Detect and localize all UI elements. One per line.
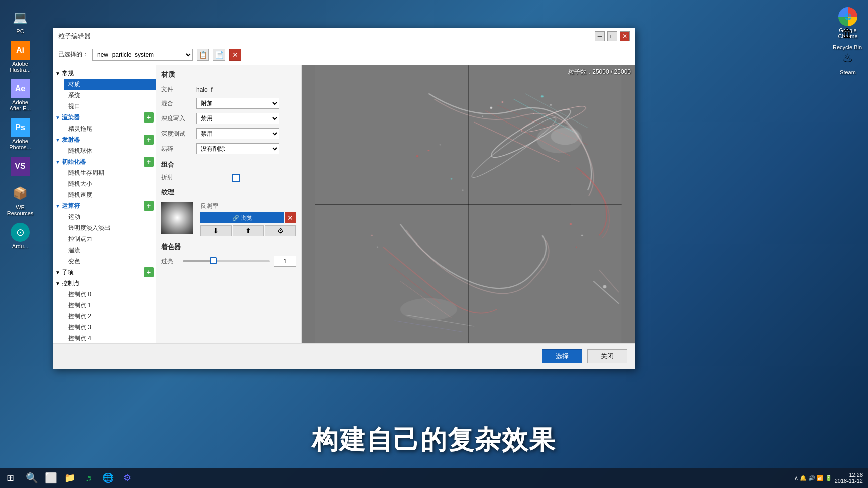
select-button[interactable]: 选择 [542, 349, 582, 363]
reflectance-browse-button[interactable]: 🔗 浏览 [200, 212, 284, 223]
section-emitter-header[interactable]: ▼ 发射器 [53, 134, 144, 145]
section-renderer-label: 渲染器 [62, 113, 80, 122]
tree-item-random-size[interactable]: 随机大小 [64, 178, 156, 189]
refraction-checkbox[interactable] [232, 174, 240, 182]
tree-item-viewport[interactable]: 视口 [64, 101, 156, 112]
section-initializer-header[interactable]: ▼ 初始化器 [53, 156, 144, 167]
svg-point-10 [551, 128, 579, 145]
minimize-button[interactable]: ─ [595, 31, 605, 41]
desktop-icons-right: 🌐 Google Chrome ♨ Steam 🗑 Recycle Bin [828, 0, 868, 77]
paste-button[interactable]: 📄 [213, 49, 225, 61]
tree-item-system[interactable]: 系统 [64, 90, 156, 101]
emitter-add-button[interactable]: + [144, 135, 154, 145]
tree-item-turbulence[interactable]: 湍流 [64, 245, 156, 256]
gain-slider-thumb[interactable] [210, 257, 217, 264]
tree-item-random-velocity[interactable]: 随机速度 [64, 189, 156, 200]
dialog-topbar: 已选择的： new_particle_system 📋 📄 ✕ [53, 44, 635, 65]
tree-item-cp0[interactable]: 控制点 0 [64, 289, 156, 300]
reflectance-delete-button[interactable]: ✕ [285, 212, 296, 223]
colorizer-title: 着色器 [161, 242, 296, 252]
file-row: 文件 halo_f [161, 85, 296, 94]
desktop-icon-ae[interactable]: Ae AdobeAfter E... [2, 77, 38, 113]
texture-up-button[interactable]: ⬆ [233, 225, 264, 236]
tree-item-sprite-trail[interactable]: 精灵拖尾 [64, 123, 156, 134]
combine-title: 组合 [161, 160, 296, 169]
reflectance-browse-label: 🔗 浏览 [232, 214, 252, 222]
tree-item-cp2[interactable]: 控制点 2 [64, 311, 156, 322]
delete-button[interactable]: ✕ [229, 49, 241, 61]
blend-select[interactable]: 附加 [196, 98, 279, 109]
desktop-icon-arduino[interactable]: ⊙ Ardu... [2, 221, 38, 251]
texture-section: 反照率 🔗 浏览 ✕ ⬇ [161, 202, 296, 236]
normal-arrow-icon: ▼ [55, 71, 60, 76]
tree-item-control-point-force[interactable]: 控制点力 [64, 233, 156, 245]
desktop-icon-recycle[interactable]: 🗑 Recycle Bin [829, 21, 865, 52]
section-children-header[interactable]: ▼ 子项 [53, 267, 144, 278]
arduino-icon: ⊙ [11, 223, 30, 242]
operator-add-button[interactable]: + [144, 201, 154, 211]
tree-item-fade[interactable]: 透明度淡入淡出 [64, 222, 156, 233]
svg-point-28 [451, 178, 452, 179]
tray-icon-2: 🔊 [808, 475, 815, 481]
start-button[interactable]: ⊞ [0, 468, 20, 488]
tree-item-color-change[interactable]: 变色 [64, 256, 156, 267]
svg-point-13 [482, 116, 483, 117]
maximize-button[interactable]: □ [607, 31, 617, 41]
tray-icon-4: 🔋 [825, 475, 832, 481]
children-arrow-icon: ▼ [55, 270, 60, 275]
gain-input[interactable]: 1 [274, 256, 296, 267]
section-normal-header[interactable]: ▼ 常规 [53, 68, 156, 79]
file-label: 文件 [161, 85, 196, 94]
desktop-icon-ai[interactable]: Ai AdobeIllustra... [2, 39, 38, 75]
initializer-add-button[interactable]: + [144, 157, 154, 167]
desktop-icon-pc[interactable]: 💻 PC [2, 5, 38, 36]
section-children-row: ▼ 子项 + [53, 267, 156, 278]
taskbar-spotify-button[interactable]: ♬ [80, 469, 98, 487]
close-button[interactable]: ✕ [620, 31, 630, 41]
dialog-close-button[interactable]: 关闭 [587, 349, 627, 363]
taskbar-chrome-button[interactable]: 🌐 [99, 469, 117, 487]
tree-item-cp4[interactable]: 控制点 4 [64, 333, 156, 343]
copy-button[interactable]: 📋 [197, 49, 209, 61]
tray-up-icon[interactable]: ∧ [794, 475, 798, 481]
blend-row: 混合 附加 [161, 98, 296, 109]
taskbar-search-button[interactable]: 🔍 [23, 469, 41, 487]
depth-test-label: 深度测试 [161, 130, 196, 138]
section-control-points-label: 控制点 [62, 279, 80, 288]
particle-editor-dialog: 粒子编辑器 ─ □ ✕ 已选择的： new_particle_system 📋 … [53, 28, 635, 369]
section-control-points-header[interactable]: ▼ 控制点 [53, 278, 156, 289]
taskbar-settings-button[interactable]: ⚙ [118, 469, 136, 487]
texture-row: 反照率 🔗 浏览 ✕ ⬇ [161, 202, 296, 236]
tree-item-cp1[interactable]: 控制点 1 [64, 300, 156, 311]
desktop-icon-we[interactable]: 📦 WEResources [2, 181, 38, 218]
section-emitter-label: 发射器 [62, 136, 80, 144]
fade-select[interactable]: 没有削除 [196, 143, 279, 154]
tree-item-motion[interactable]: 运动 [64, 211, 156, 222]
depth-write-select[interactable]: 禁用 [196, 113, 279, 124]
section-renderer-header[interactable]: ▼ 渲染器 [53, 112, 144, 123]
desktop-icon-vs[interactable]: VS [2, 155, 38, 179]
reflectance-bar: 🔗 浏览 ✕ [200, 212, 296, 223]
titlebar-controls: ─ □ ✕ [595, 31, 630, 41]
renderer-add-button[interactable]: + [144, 112, 154, 123]
section-operator-label: 运算符 [62, 202, 80, 210]
ae-label: AdobeAfter E... [10, 99, 31, 111]
svg-point-30 [570, 223, 572, 225]
depth-test-select[interactable]: 禁用 [196, 128, 279, 139]
particle-system-select[interactable]: new_particle_system [92, 49, 193, 61]
recycle-icon: 🗑 [837, 23, 857, 43]
svg-point-32 [576, 247, 577, 248]
tree-item-material[interactable]: 材质 [64, 79, 156, 90]
desktop-icon-ps[interactable]: Ps AdobePhotos... [2, 116, 38, 152]
children-add-button[interactable]: + [144, 267, 154, 277]
texture-settings-button[interactable]: ⚙ [265, 225, 296, 236]
taskbar-explorer-button[interactable]: 📁 [61, 469, 79, 487]
section-operator-header[interactable]: ▼ 运算符 [53, 200, 144, 211]
we-icon: 📦 [10, 183, 30, 203]
tray-icon-3: 📶 [817, 475, 824, 481]
tree-item-random-lifetime[interactable]: 随机生存周期 [64, 167, 156, 178]
tree-item-random-sphere[interactable]: 随机球体 [64, 145, 156, 156]
texture-down-button[interactable]: ⬇ [200, 225, 232, 236]
tree-item-cp3[interactable]: 控制点 3 [64, 322, 156, 333]
taskbar-cortana-button[interactable]: ⬜ [42, 469, 60, 487]
